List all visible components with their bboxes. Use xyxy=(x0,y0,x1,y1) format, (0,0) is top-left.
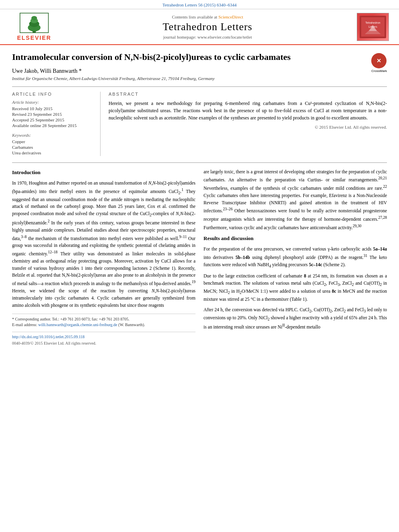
copyright-line: © 2015 Elsevier Ltd. All rights reserved… xyxy=(109,125,387,129)
article-history: Article history: Received 10 July 2015 R… xyxy=(12,100,94,128)
article-info-panel: ARTICLE INFO Article history: Received 1… xyxy=(12,92,101,156)
issn-text: 0040-4039/© 2015 Elsevier Ltd. All right… xyxy=(12,341,96,345)
available-entry: Available online 28 September 2015 xyxy=(12,123,94,128)
keyword-urea: Urea derivatives xyxy=(12,150,94,155)
intro-paragraph-1: In 1970, Houghton and Puttner reported o… xyxy=(12,180,195,309)
bottom-bar: http://dx.doi.org/10.1016/j.tetlet.2015.… xyxy=(12,332,195,346)
abstract-heading: ABSTRACT xyxy=(109,92,387,97)
journal-logo-icon: Tetrahedron Letters xyxy=(359,15,387,39)
abstract-panel: ABSTRACT Herein, we present a new method… xyxy=(109,92,387,156)
svg-text:Tetrahedron: Tetrahedron xyxy=(365,21,380,24)
article-title: Intramolecular conversion of N,N-bis(2-p… xyxy=(12,51,387,63)
history-entries: Received 10 July 2015 Revised 23 Septemb… xyxy=(12,106,94,128)
email-link[interactable]: willi.bannwarth@organik.chemie.uni-freib… xyxy=(38,322,117,327)
revised-entry: Revised 23 September 2015 xyxy=(12,112,94,117)
journal-citation-text: Tetrahedron Letters 56 (2015) 6340–6344 xyxy=(162,2,237,7)
results-heading: Results and discussion xyxy=(204,234,387,242)
article-info-heading: ARTICLE INFO xyxy=(12,92,94,97)
journal-header: ELSEVIER Contents lists available at Sci… xyxy=(0,9,399,45)
article-title-area: ✕ CrossMark Intramolecular conversion of… xyxy=(12,51,387,63)
doi-link[interactable]: http://dx.doi.org/10.1016/j.tetlet.2015.… xyxy=(12,335,84,339)
elsevier-wordmark: ELSEVIER xyxy=(17,35,51,41)
elsevier-tree-icon xyxy=(18,12,50,35)
crossmark-badge: ✕ CrossMark xyxy=(371,53,387,73)
article-content: ✕ CrossMark Intramolecular conversion of… xyxy=(0,45,399,354)
crossmark-label: CrossMark xyxy=(371,69,387,73)
journal-logo-box: Tetrahedron Letters xyxy=(357,13,389,41)
intro-paragraph-2: are largely toxic, there is a great inte… xyxy=(204,168,387,232)
keywords-section: Keywords: Copper Carbamates Urea derivat… xyxy=(12,133,94,155)
journal-name-area: Contents lists available at ScienceDirec… xyxy=(60,14,355,39)
introduction-heading: Introduction xyxy=(12,168,195,177)
footnote-section: * Corresponding author. Tel.: +49 761 20… xyxy=(12,314,195,328)
article-info-abstract: ARTICLE INFO Article history: Received 1… xyxy=(12,86,387,156)
contents-available-line: Contents lists available at ScienceDirec… xyxy=(60,14,355,19)
body-column-left: Introduction In 1970, Houghton and Puttn… xyxy=(12,168,195,347)
elsevier-logo-area: ELSEVIER xyxy=(8,12,60,41)
footnote-email: E-mail address: willi.bannwarth@organik.… xyxy=(12,322,195,328)
received-entry: Received 10 July 2015 xyxy=(12,106,94,111)
history-label: Article history: xyxy=(12,100,94,105)
main-body: Introduction In 1970, Houghton and Puttn… xyxy=(12,162,387,347)
keyword-carbamates: Carbamates xyxy=(12,145,94,150)
journal-homepage: journal homepage: www.elsevier.com/locat… xyxy=(60,35,355,39)
author-affiliation: Institut für Organische Chemie, Albert-L… xyxy=(12,76,387,81)
keywords-title: Keywords: xyxy=(12,133,94,138)
journal-citation-bar: Tetrahedron Letters 56 (2015) 6340–6344 xyxy=(0,0,399,9)
accepted-entry: Accepted 25 September 2015 xyxy=(12,117,94,122)
crossmark-icon: ✕ xyxy=(371,53,387,68)
article-authors: Uwe Jakob, Willi Bannwarth * xyxy=(12,68,387,74)
results-paragraph-3: After 24 h, the conversion was detected … xyxy=(204,306,387,331)
results-paragraph-1: For the preparation of the urea precurso… xyxy=(204,246,387,269)
footnote-star: * Corresponding author. Tel.: +49 761 20… xyxy=(12,316,195,322)
body-column-right: are largely toxic, there is a great inte… xyxy=(204,168,387,347)
journal-title: Tetrahedron Letters xyxy=(60,21,355,33)
abstract-body: Herein, we present a new methodology for… xyxy=(109,100,387,121)
elsevier-logo: ELSEVIER xyxy=(8,12,60,41)
keyword-copper: Copper xyxy=(12,139,94,144)
svg-point-4 xyxy=(31,16,37,21)
sciencedirect-link[interactable]: ScienceDirect xyxy=(218,14,243,19)
results-paragraph-2: Due to the large extinction coefficient … xyxy=(204,273,387,303)
journal-logo-area: Tetrahedron Letters xyxy=(355,13,391,41)
